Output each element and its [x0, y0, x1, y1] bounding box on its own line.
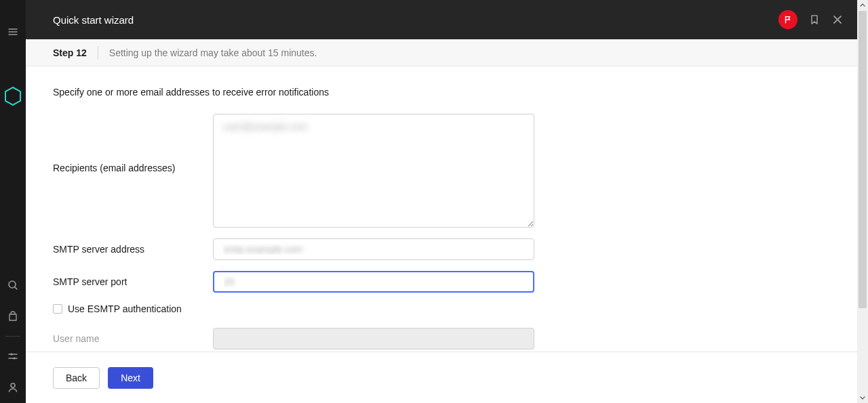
- svg-point-1: [10, 353, 12, 355]
- scroll-up-arrow[interactable]: [857, 0, 868, 11]
- vertical-scrollbar[interactable]: [857, 0, 868, 403]
- step-bar: Step 12 Setting up the wizard may take a…: [26, 39, 857, 66]
- scroll-down-arrow[interactable]: [857, 392, 868, 403]
- smtp-port-label: SMTP server port: [53, 276, 213, 287]
- bookmark-icon[interactable]: [808, 14, 821, 26]
- scroll-thumb[interactable]: [859, 11, 867, 308]
- svg-point-2: [13, 357, 15, 359]
- username-label: User name: [53, 333, 213, 344]
- close-icon[interactable]: [831, 14, 844, 26]
- recipients-label: Recipients (email addresses): [53, 114, 213, 173]
- search-icon[interactable]: [0, 270, 26, 301]
- feedback-flag-button[interactable]: [778, 10, 797, 29]
- divider: [98, 46, 98, 60]
- left-nav-rail: [0, 0, 26, 403]
- wizard-header: Quick start wizard: [26, 0, 857, 39]
- smtp-address-label: SMTP server address: [53, 244, 213, 255]
- sliders-icon[interactable]: [0, 341, 26, 372]
- username-input: [213, 328, 534, 349]
- esmtp-checkbox[interactable]: [53, 304, 62, 314]
- step-label: Step 12: [53, 47, 87, 58]
- smtp-address-input[interactable]: [213, 238, 534, 260]
- menu-icon[interactable]: [0, 16, 26, 47]
- divider: [5, 336, 20, 337]
- intro-text: Specify one or more email addresses to r…: [53, 87, 830, 98]
- scroll-track[interactable]: [857, 11, 868, 392]
- back-button[interactable]: Back: [53, 367, 100, 389]
- esmtp-label: Use ESMTP authentication: [68, 303, 182, 314]
- svg-point-3: [11, 383, 15, 387]
- next-button[interactable]: Next: [108, 367, 153, 389]
- recipients-textarea[interactable]: [213, 114, 534, 228]
- wizard-footer: Back Next: [26, 352, 857, 403]
- brand-hexagon-icon: [3, 87, 22, 106]
- step-hint: Setting up the wizard may take about 15 …: [109, 47, 317, 58]
- wizard-title: Quick start wizard: [53, 14, 778, 26]
- smtp-port-input[interactable]: [213, 271, 534, 293]
- wizard-panel: Quick start wizard Step 12 Setting up th…: [26, 0, 857, 403]
- bag-icon[interactable]: [0, 301, 26, 332]
- wizard-body: Specify one or more email addresses to r…: [26, 66, 857, 352]
- user-icon[interactable]: [0, 372, 26, 403]
